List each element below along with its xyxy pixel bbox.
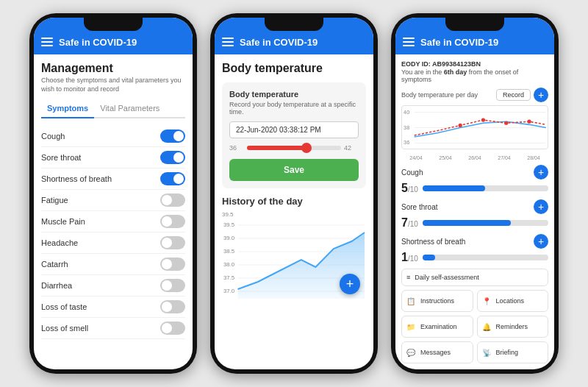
- slider-max-label: 42: [344, 144, 359, 152]
- reminders-button[interactable]: 🔔 Reminders: [477, 316, 549, 338]
- slider-container: 36 42: [229, 144, 359, 152]
- svg-text:37.0: 37.0: [223, 288, 235, 294]
- shortness-bar-fill: [423, 255, 435, 260]
- instructions-button[interactable]: 📋 Instructions: [401, 290, 473, 312]
- notch-1: [84, 18, 143, 31]
- screen-content-2: Body temperature Body temperature Record…: [215, 54, 373, 369]
- symptom-name-loss-taste: Loss of taste: [41, 302, 87, 311]
- toggle-shortness[interactable]: [160, 172, 185, 185]
- toggle-sore-throat[interactable]: [160, 151, 185, 164]
- symptom-row-catarrh: Catarrh: [41, 254, 185, 275]
- toggle-loss-taste[interactable]: [160, 300, 185, 313]
- sore-throat-add-button[interactable]: +: [534, 199, 548, 214]
- briefing-button[interactable]: 📡 Briefing: [477, 341, 549, 363]
- svg-text:39.5: 39.5: [223, 221, 235, 228]
- datetime-input[interactable]: [229, 121, 359, 138]
- daily-assessment-button[interactable]: ≡ Daily self-assessment: [401, 269, 548, 286]
- sore-throat-bar-fill: [423, 220, 511, 226]
- slider-min-label: 36: [229, 144, 244, 152]
- instructions-label: Instructions: [420, 297, 454, 305]
- svg-text:39.0: 39.0: [223, 235, 235, 241]
- score-name-shortness: Shortness of breath: [401, 238, 465, 246]
- temp-chart-date-labels: 24/04 25/04 26/04 27/04 28/04: [401, 155, 548, 160]
- briefing-icon: 📡: [481, 347, 492, 358]
- record-button[interactable]: Record: [496, 89, 531, 101]
- date-label-0: 24/04: [409, 155, 423, 160]
- toggle-muscle-pain[interactable]: [160, 215, 185, 228]
- symptom-name-fatigue: Fatigue: [41, 196, 68, 205]
- cough-add-button[interactable]: +: [534, 165, 548, 180]
- symptom-row-cough: Cough: [41, 126, 185, 147]
- shortness-bar-track: [423, 255, 548, 260]
- svg-text:40: 40: [404, 109, 409, 116]
- locations-button[interactable]: 📍 Locations: [477, 290, 549, 312]
- date-label-2: 26/04: [468, 155, 481, 160]
- sore-throat-score: 7: [401, 216, 408, 229]
- briefing-label: Briefing: [496, 349, 519, 356]
- tab-symptoms[interactable]: Symptoms: [41, 101, 94, 118]
- symptom-name-shortness: Shortness of breath: [41, 174, 112, 183]
- chart-y-39-5: 39.5: [222, 211, 234, 218]
- card-subtitle: Record your body temperature at a specif…: [229, 101, 359, 116]
- symptom-name-muscle-pain: Muscle Pain: [41, 217, 85, 226]
- svg-text:36: 36: [404, 139, 409, 146]
- score-cough: Cough + 5/10: [401, 165, 548, 195]
- symptom-name-sore-throat: Sore throat: [41, 153, 81, 162]
- examination-label: Examination: [420, 323, 457, 330]
- temp-chart: 40 38 36: [401, 105, 548, 149]
- slider-fill: [247, 146, 304, 150]
- symptom-name-headache: Headache: [41, 238, 78, 247]
- svg-text:38.5: 38.5: [223, 248, 235, 255]
- onset-day: 6th day: [444, 68, 467, 76]
- chart-header: Body temperature per day Record +: [401, 88, 548, 102]
- symptom-name-loss-smell: Loss of smell: [41, 324, 88, 333]
- examination-button[interactable]: 📁 Examination: [401, 316, 473, 338]
- screen-content-1: Management Choose the symptoms and vital…: [34, 54, 193, 369]
- history-fab-button[interactable]: +: [340, 274, 360, 294]
- symptom-row-muscle-pain: Muscle Pain: [41, 211, 185, 232]
- hamburger-menu-1[interactable]: [41, 38, 53, 46]
- instructions-icon: 📋: [405, 295, 417, 307]
- date-label-4: 28/04: [527, 155, 540, 160]
- shortness-add-button[interactable]: +: [534, 234, 548, 249]
- temp-dot-1: [459, 124, 462, 127]
- history-section: History of the day 39.5 39.5 39.0 38.5 3…: [222, 196, 366, 300]
- cough-bar-fill: [423, 185, 486, 191]
- symptom-row-diarrhea: Diarrhea: [41, 275, 185, 297]
- tab-vital-params[interactable]: Vital Parameters: [94, 101, 165, 118]
- messages-icon: 💬: [405, 347, 417, 358]
- score-sore-throat: Sore throat + 7/10: [401, 199, 548, 230]
- date-label-1: 25/04: [439, 155, 452, 160]
- reminders-icon: 🔔: [481, 321, 492, 333]
- phone-1: Safe in COVID-19 Management Choose the s…: [29, 13, 197, 374]
- hamburger-menu-3[interactable]: [403, 38, 415, 46]
- onset-text: You are in the 6th day from the onset of…: [401, 68, 548, 83]
- notch-2: [265, 18, 323, 31]
- slider-thumb[interactable]: [301, 143, 312, 153]
- card-title: Body temperature: [229, 90, 359, 99]
- body-temp-page-title: Body temperature: [222, 62, 366, 75]
- hamburger-menu-2[interactable]: [222, 38, 234, 46]
- score-shortness: Shortness of breath + 1/10: [401, 234, 548, 264]
- tabs-row: Symptoms Vital Parameters: [41, 101, 185, 118]
- toggle-headache[interactable]: [160, 236, 185, 249]
- save-button[interactable]: Save: [229, 159, 359, 181]
- daily-icon: ≡: [406, 274, 410, 281]
- locations-icon: 📍: [481, 295, 492, 307]
- toggle-cough[interactable]: [160, 129, 185, 143]
- toggle-loss-smell[interactable]: [160, 322, 185, 335]
- slider-track[interactable]: [247, 146, 341, 150]
- svg-text:38: 38: [404, 124, 409, 131]
- messages-button[interactable]: 💬 Messages: [401, 341, 473, 363]
- cough-bar-track: [423, 185, 548, 191]
- history-chart: 39.5 39.0 38.5 38.0 37.5 37.0: [222, 219, 366, 300]
- examination-icon: 📁: [405, 321, 417, 333]
- toggle-catarrh[interactable]: [160, 258, 185, 271]
- toggle-fatigue[interactable]: [160, 194, 185, 207]
- daily-label: Daily self-assessment: [415, 274, 479, 281]
- eody-id: EODY ID: AB99384123BN: [401, 60, 548, 68]
- svg-text:38.0: 38.0: [223, 261, 235, 268]
- symptom-row-loss-smell: Loss of smell: [41, 318, 185, 339]
- chart-add-button[interactable]: +: [534, 88, 548, 102]
- toggle-diarrhea[interactable]: [160, 279, 185, 292]
